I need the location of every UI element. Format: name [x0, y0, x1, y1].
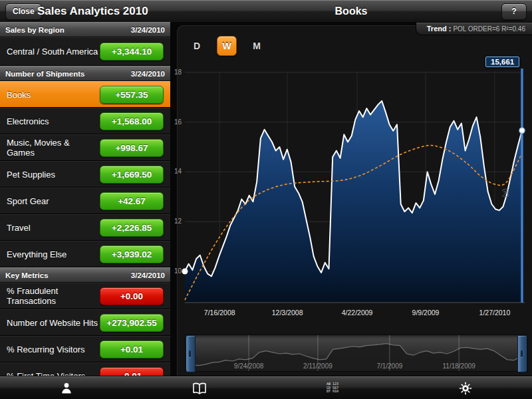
sidebar-item-label: Everything Else [7, 249, 66, 259]
svg-text:14: 14 [174, 168, 182, 175]
page-title: Books [170, 0, 532, 22]
section-title: Key Metrics [5, 271, 49, 279]
svg-text:12: 12 [174, 217, 182, 225]
sidebar-item-central-south-america[interactable]: Central / South America+3,344.10 [0, 37, 170, 66]
range-minimap[interactable]: 9/24/20082/11/20097/1/200911/18/2009 [185, 334, 528, 372]
value-badge: +2,226.85 [100, 219, 164, 237]
toolbar-data-tab[interactable]: AB 123CD 567EF 910 [266, 376, 399, 399]
gear-icon [459, 382, 472, 395]
user-icon [60, 382, 73, 395]
sidebar-item-label: Books [7, 90, 31, 100]
range-button-d[interactable]: D [188, 37, 206, 55]
sidebar-item-label: Music, Movies & Games [7, 138, 100, 158]
value-badge: +1,669.50 [100, 166, 164, 184]
value-badge: +0.01 [100, 340, 164, 358]
section-header-sales-by-region: Sales by Region3/24/2010 [0, 22, 170, 37]
svg-text:4/22/2009: 4/22/2009 [342, 309, 373, 317]
svg-text:7/1/2009: 7/1/2009 [376, 362, 402, 370]
svg-text:9/24/2008: 9/24/2008 [234, 362, 264, 370]
sales-analytics-app: Close Sales Analytics 2010 Books ? Sales… [0, 0, 532, 399]
value-badge: +557.35 [100, 86, 164, 104]
value-badge: +273,902.55 [100, 314, 164, 332]
sidebar-item-label: Electronics [7, 116, 49, 126]
sidebar-item-travel[interactable]: Travel+2,226.85 [0, 214, 170, 241]
cursor-value-badge: 15,661 [485, 57, 519, 67]
sidebar-item-fraudulent-transactions[interactable]: % Fraudulent Transactions+0.00 [0, 283, 170, 309]
sidebar-item-pet-supplies[interactable]: Pet Supplies+1,669.50 [0, 161, 170, 188]
sidebar-item-music-movies-games[interactable]: Music, Movies & Games+998.67 [0, 134, 170, 161]
sidebar-item-label: % Recurring Visitors [7, 344, 85, 354]
value-badge: +998.67 [100, 139, 164, 157]
minimap-right-handle[interactable] [517, 335, 527, 372]
value-badge: +42.67 [100, 192, 164, 210]
section-title: Sales by Region [5, 26, 65, 34]
bottom-toolbar: AB 123CD 567EF 910 [0, 376, 532, 399]
sidebar-item-label: % Fraudulent Transactions [7, 286, 100, 306]
trend-indicator: Trend :POL ORDER=6 R²=0.46 [416, 22, 532, 35]
range-button-m[interactable]: M [247, 37, 266, 55]
svg-text:9/9/2009: 9/9/2009 [412, 309, 440, 317]
axis-unit-label: (K) [502, 189, 509, 198]
help-button[interactable]: ? [501, 3, 527, 20]
sidebar-item-label: Sport Gear [7, 196, 49, 206]
section-date: 3/24/2010 [131, 70, 165, 78]
section-header-key-metrics: Key Metrics3/24/2010 [0, 267, 170, 283]
range-button-w[interactable]: W [217, 36, 237, 56]
svg-text:2/11/2009: 2/11/2009 [303, 362, 332, 370]
sidebar: Sales by Region3/24/2010Central / South … [0, 22, 171, 376]
app-title: Sales Analytics 2010 [37, 0, 148, 22]
sidebar-item-label: Number of Website Hits [7, 318, 98, 328]
main-line-chart[interactable]: 10121416187/16/200812/3/20084/22/20099/9… [172, 62, 527, 321]
section-date: 3/24/2010 [131, 271, 165, 279]
section-header-number-of-shipments: Number of Shipments3/24/2010 [0, 66, 170, 81]
value-badge: +3,344.10 [100, 43, 164, 61]
section-date: 3/24/2010 [131, 26, 165, 34]
value-badge: +1,568.00 [100, 112, 164, 130]
trend-label: Trend : [427, 25, 452, 33]
sidebar-item-number-of-website-hits[interactable]: Number of Website Hits+273,902.55 [0, 309, 170, 336]
close-button[interactable]: Close [5, 3, 42, 20]
svg-text:1/27/2010: 1/27/2010 [479, 309, 511, 317]
sidebar-item-sport-gear[interactable]: Sport Gear+42.67 [0, 188, 170, 214]
range-selector: DWM [188, 37, 266, 55]
svg-text:18: 18 [174, 68, 182, 76]
trend-value: POL ORDER=6 R²=0.46 [453, 25, 525, 33]
sidebar-item-recurring-visitors[interactable]: % Recurring Visitors+0.01 [0, 336, 170, 362]
sidebar-item-electronics[interactable]: Electronics+1,568.00 [0, 108, 170, 134]
top-navigation-bar: Close Sales Analytics 2010 Books ? [0, 0, 532, 23]
svg-text:10: 10 [174, 267, 182, 275]
minimap-area-chart: 9/24/20082/11/20097/1/200911/18/2009 [186, 335, 527, 371]
toolbar-book-tab[interactable] [133, 376, 266, 399]
chart-panel: Trend :POL ORDER=6 R²=0.46 DWM 101214161… [170, 22, 532, 376]
minimap-left-handle[interactable] [186, 335, 196, 372]
sidebar-item-books[interactable]: Books+557.35 [0, 81, 170, 108]
value-badge: +3,939.02 [100, 245, 164, 263]
value-badge: +0.00 [100, 287, 164, 305]
sidebar-item-label: Central / South America [7, 47, 98, 57]
svg-text:7/16/2008: 7/16/2008 [204, 309, 235, 317]
svg-text:12/3/2008: 12/3/2008 [272, 309, 303, 317]
svg-text:11/18/2009: 11/18/2009 [443, 362, 476, 370]
sidebar-item-label: Pet Supplies [7, 170, 55, 180]
svg-text:16: 16 [174, 118, 182, 126]
section-title: Number of Shipments [5, 70, 84, 78]
toolbar-user-tab[interactable] [0, 376, 133, 399]
book-icon [192, 382, 207, 395]
sidebar-item-label: Travel [7, 223, 31, 233]
sidebar-item-everything-else[interactable]: Everything Else+3,939.02 [0, 241, 170, 267]
toolbar-gear-tab[interactable] [399, 376, 532, 399]
data-list-icon: AB 123CD 567EF 910 [327, 382, 338, 394]
